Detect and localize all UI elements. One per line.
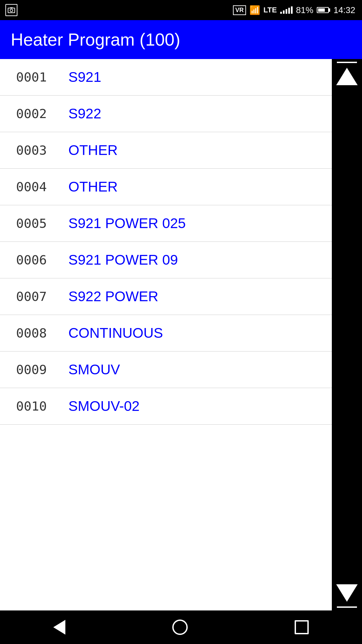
item-name: S922	[68, 106, 101, 122]
svg-point-1	[10, 9, 13, 12]
item-name: OTHER	[68, 179, 118, 195]
navigation-bar	[0, 610, 362, 644]
item-number: 0009	[16, 362, 63, 377]
battery-percent: 81%	[296, 5, 313, 15]
item-number: 0005	[16, 216, 63, 231]
status-bar: VR 📶 LTE 81% 14:32	[0, 0, 362, 20]
item-name: S921 POWER 025	[68, 215, 186, 231]
clock: 14:32	[334, 5, 355, 15]
back-icon	[53, 620, 65, 635]
signal-bars	[280, 6, 293, 14]
list-item[interactable]: 0010 SMOUV-02	[0, 388, 332, 425]
main-content: 0001 S921 0002 S922 0003 OTHER 0004 OTHE…	[0, 59, 362, 610]
app-header: Heater Program (100)	[0, 20, 362, 59]
item-number: 0003	[16, 143, 63, 158]
signal-bar-2	[283, 10, 285, 14]
item-number: 0002	[16, 106, 63, 121]
up-arrow-icon	[336, 68, 358, 85]
item-name: CONTINUOUS	[68, 325, 163, 341]
item-number: 0007	[16, 289, 63, 304]
photo-icon	[5, 4, 17, 16]
item-number: 0010	[16, 399, 63, 414]
item-number: 0001	[16, 70, 63, 85]
scroll-down-button[interactable]	[334, 580, 360, 606]
recents-button[interactable]	[291, 617, 312, 638]
list-item[interactable]: 0007 S922 POWER	[0, 278, 332, 315]
item-name: S921 POWER 09	[68, 252, 178, 268]
back-button[interactable]	[50, 616, 69, 638]
item-name: S922 POWER	[68, 288, 158, 305]
home-icon	[172, 620, 188, 635]
home-button[interactable]	[169, 616, 191, 638]
status-bar-right: VR 📶 LTE 81% 14:32	[233, 5, 355, 15]
down-arrow-icon	[336, 584, 358, 602]
signal-bar-4	[288, 8, 290, 14]
list-item[interactable]: 0003 OTHER	[0, 132, 332, 169]
vr-icon: VR	[233, 5, 246, 15]
list-item[interactable]: 0008 CONTINUOUS	[0, 315, 332, 352]
svg-rect-2	[10, 7, 13, 8]
list-item[interactable]: 0009 SMOUV	[0, 352, 332, 388]
list-area[interactable]: 0001 S921 0002 S922 0003 OTHER 0004 OTHE…	[0, 59, 332, 610]
list-item[interactable]: 0002 S922	[0, 96, 332, 132]
scroll-up-button[interactable]	[334, 63, 360, 90]
item-number: 0006	[16, 253, 63, 267]
list-item[interactable]: 0006 S921 POWER 09	[0, 242, 332, 278]
lte-label: LTE	[263, 6, 277, 14]
item-name: S921	[68, 69, 101, 85]
signal-bar-5	[291, 6, 293, 14]
page-title: Heater Program (100)	[11, 30, 180, 49]
item-name: SMOUV-02	[68, 398, 139, 414]
signal-bar-3	[286, 9, 287, 14]
item-number: 0008	[16, 326, 63, 340]
item-name: SMOUV	[68, 362, 120, 378]
scrollbar	[332, 59, 362, 610]
status-bar-left	[5, 0, 17, 20]
item-name: OTHER	[68, 142, 118, 158]
recents-icon	[295, 620, 309, 634]
battery-icon	[317, 7, 330, 13]
scroll-bottom-line	[337, 606, 357, 608]
bluetooth-icon: 📶	[249, 5, 260, 15]
signal-bar-1	[280, 12, 282, 14]
scroll-track	[332, 90, 362, 580]
list-item[interactable]: 0005 S921 POWER 025	[0, 205, 332, 242]
list-item[interactable]: 0004 OTHER	[0, 169, 332, 205]
list-item[interactable]: 0001 S921	[0, 59, 332, 96]
item-number: 0004	[16, 179, 63, 194]
